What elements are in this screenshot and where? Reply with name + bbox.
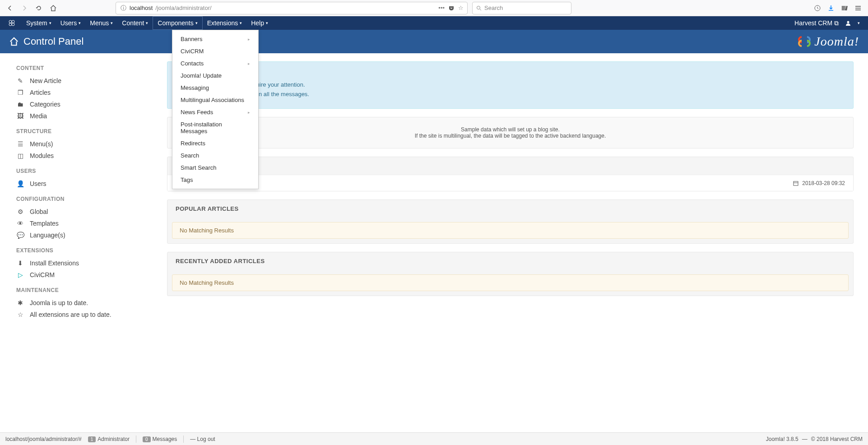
dropdown-multilingual[interactable]: Multilingual Associations — [172, 94, 258, 106]
history-icon[interactable] — [814, 5, 821, 12]
user-icon: 👤 — [16, 180, 24, 187]
dropdown-civicrm[interactable]: CiviCRM — [172, 45, 258, 57]
home-button[interactable] — [47, 2, 60, 14]
sidebar-new-article[interactable]: ✎New Article — [16, 75, 162, 87]
info-heading: …on messages — [177, 70, 843, 78]
svg-rect-15 — [794, 181, 798, 185]
sidebar-languages[interactable]: 💬Language(s) — [16, 229, 162, 241]
sidebar-ext-status[interactable]: ☆All extensions are up to date. — [16, 309, 162, 320]
chat-icon: 💬 — [16, 232, 24, 239]
external-link-icon: ⧉ — [834, 19, 839, 27]
sidebar-categories[interactable]: 🖿Categories — [16, 98, 162, 110]
recent-articles-panel: RECENTLY ADDED ARTICLES No Matching Resu… — [167, 252, 854, 296]
forward-button[interactable] — [18, 2, 31, 14]
svg-rect-4 — [843, 6, 844, 10]
info-icon: ⓘ — [120, 5, 127, 12]
dropdown-redirects[interactable]: Redirects — [172, 137, 258, 149]
popular-articles-panel: POPULAR ARTICLES No Matching Results — [167, 199, 854, 244]
dropdown-messaging[interactable]: Messaging — [172, 82, 258, 94]
menu-system[interactable]: System▾ — [22, 16, 56, 30]
gear-icon: ⚙ — [16, 208, 24, 215]
logged-in-users-panel: LOGGED-IN USERS ADMIN Administration 201… — [167, 157, 854, 191]
recent-empty: No Matching Results — [172, 274, 849, 291]
dropdown-banners[interactable]: Banners▸ — [172, 33, 258, 45]
page-actions-icon[interactable]: ••• — [438, 5, 445, 11]
downloads-icon[interactable] — [827, 5, 835, 12]
search-placeholder: Search — [484, 5, 503, 11]
logged-in-timestamp: 2018-03-28 09:32 — [802, 180, 845, 186]
sample-data-panel: Sample data which will set up a blog sit… — [167, 117, 854, 148]
sidebar-install-ext[interactable]: ⬇Install Extensions — [16, 257, 162, 269]
svg-rect-6 — [845, 5, 848, 10]
dropdown-search[interactable]: Search — [172, 149, 258, 162]
logged-in-row: ADMIN Administration 2018-03-28 09:32 — [167, 175, 853, 191]
image-icon: 🖼 — [16, 112, 24, 120]
info-line1: …stallation messages that require your a… — [177, 81, 843, 88]
sidebar-heading-content: CONTENT — [16, 65, 162, 71]
info-line2: …appear when you have hidden all the mes… — [177, 91, 843, 97]
site-name-link[interactable]: Harvest CRM ⧉ — [794, 19, 839, 27]
hamburger-menu-icon[interactable] — [854, 5, 862, 12]
sidebar-menus[interactable]: ☰Menu(s) — [16, 138, 162, 150]
sidebar-users[interactable]: 👤Users — [16, 178, 162, 190]
menu-help[interactable]: Help▾ — [246, 16, 273, 30]
search-icon — [476, 5, 482, 11]
civicrm-icon: ▷ — [16, 271, 24, 278]
joomla-logo[interactable]: Joomla! — [797, 34, 859, 49]
browser-toolbar: ⓘ localhost/joomla/administrator/ ••• ☆ … — [0, 0, 868, 16]
chevron-right-icon: ▸ — [248, 61, 250, 66]
dropdown-joomla-update[interactable]: Joomla! Update — [172, 70, 258, 82]
reload-button[interactable] — [32, 2, 45, 14]
back-button[interactable] — [4, 2, 16, 14]
url-path: /joomla/administrator/ — [155, 5, 211, 11]
sidebar: CONTENT ✎New Article ❐Articles 🖿Categori… — [0, 53, 162, 432]
menu-components[interactable]: Components▾ — [153, 16, 202, 30]
sidebar-heading-ext: EXTENSIONS — [16, 247, 162, 254]
home-icon — [9, 37, 19, 46]
page-title: Control Panel — [23, 36, 84, 47]
dropdown-smart-search[interactable]: Smart Search — [172, 162, 258, 174]
joomla-icon[interactable] — [8, 19, 15, 27]
menu-menus[interactable]: Menus▾ — [85, 16, 117, 30]
menu-users[interactable]: Users▾ — [56, 16, 86, 30]
pencil-icon: ✎ — [16, 77, 24, 84]
chevron-right-icon: ▸ — [248, 110, 250, 115]
search-box[interactable]: Search — [472, 2, 571, 14]
dropdown-post-install[interactable]: Post-installation Messages — [172, 118, 258, 137]
menu-content[interactable]: Content▾ — [117, 16, 153, 30]
sidebar-heading-structure: STRUCTURE — [16, 128, 162, 134]
sidebar-articles[interactable]: ❐Articles — [16, 87, 162, 98]
sidebar-civicrm[interactable]: ▷CiviCRM — [16, 269, 162, 281]
pocket-icon[interactable] — [448, 5, 455, 11]
library-icon[interactable] — [841, 5, 848, 12]
user-menu[interactable] — [845, 20, 851, 26]
recent-heading: RECENTLY ADDED ARTICLES — [167, 252, 853, 270]
content-area: …on messages …stallation messages that r… — [162, 53, 868, 432]
svg-line-1 — [480, 9, 481, 10]
svg-point-10 — [9, 20, 12, 23]
popular-empty: No Matching Results — [172, 222, 849, 239]
admin-topnav: System▾ Users▾ Menus▾ Content▾ Component… — [0, 16, 868, 30]
sidebar-global[interactable]: ⚙Global — [16, 206, 162, 218]
svg-point-13 — [12, 23, 14, 26]
sidebar-heading-config: CONFIGURATION — [16, 196, 162, 202]
sidebar-templates[interactable]: 👁Templates — [16, 218, 162, 229]
star-icon: ☆ — [16, 311, 24, 318]
sample-line1: Sample data which will set up a blog sit… — [177, 126, 843, 133]
dropdown-contacts[interactable]: Contacts▸ — [172, 57, 258, 70]
dropdown-news-feeds[interactable]: News Feeds▸ — [172, 106, 258, 118]
post-install-info: …on messages …stallation messages that r… — [167, 61, 854, 109]
svg-point-12 — [9, 23, 12, 26]
svg-point-11 — [12, 20, 14, 23]
sidebar-modules[interactable]: ◫Modules — [16, 150, 162, 162]
sample-line2: If the site is multilingual, the data wi… — [177, 133, 843, 139]
joomla-small-icon: ✱ — [16, 299, 24, 306]
dropdown-tags[interactable]: Tags — [172, 174, 258, 186]
sidebar-heading-maint: MAINTENANCE — [16, 287, 162, 293]
bookmark-star-icon[interactable]: ☆ — [458, 5, 464, 11]
url-bar[interactable]: ⓘ localhost/joomla/administrator/ ••• ☆ — [116, 2, 468, 14]
menu-extensions[interactable]: Extensions▾ — [203, 16, 246, 30]
sidebar-media[interactable]: 🖼Media — [16, 110, 162, 122]
svg-rect-5 — [845, 6, 845, 10]
sidebar-joomla-status[interactable]: ✱Joomla is up to date. — [16, 297, 162, 309]
